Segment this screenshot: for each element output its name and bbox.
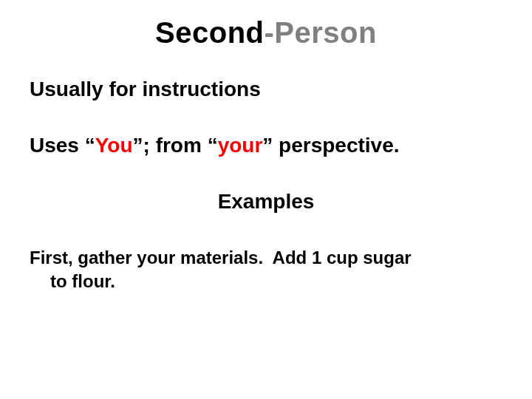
example-text: First, gather your materials. Add 1 cup … (30, 246, 502, 294)
body-line-1: Usually for instructions (30, 78, 502, 101)
example-a: First, gather (30, 248, 137, 267)
title-part-second: Second (155, 16, 264, 49)
example-line2: to flour. (30, 270, 502, 293)
example-b: materials. Add 1 cup sugar (175, 248, 411, 267)
body-line-2: Uses “You”; from “your” perspective. (30, 134, 502, 157)
line2-suffix: ” perspective. (262, 134, 399, 157)
examples-heading: Examples (30, 190, 502, 214)
title-dash: - (265, 16, 275, 49)
title-part-person: Person (274, 16, 377, 49)
line2-your: your (218, 134, 263, 157)
slide-title: Second-Person (30, 16, 502, 50)
slide: Second-Person Usually for instructions U… (0, 0, 532, 399)
line2-mid: ”; from “ (133, 134, 218, 157)
line2-prefix: Uses “ (30, 134, 95, 157)
line2-you: You (95, 134, 133, 157)
example-your: your (137, 248, 175, 267)
